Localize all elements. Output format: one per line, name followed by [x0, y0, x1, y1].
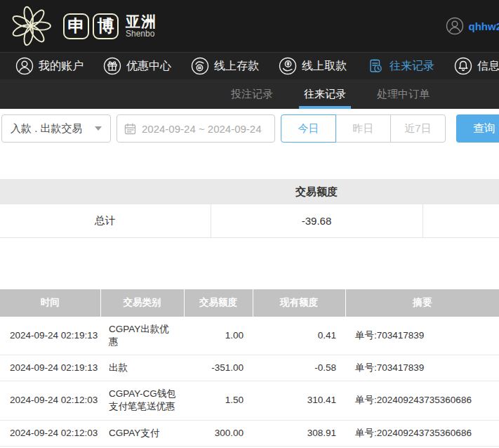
account-menu[interactable]: qhhw2 [446, 17, 499, 35]
cell-type: 出款 [100, 355, 184, 381]
logo-char-shen: 申 [63, 13, 89, 39]
table-row: 2024-09-24 02:19:13 CGPAY出款优惠 1.00 0.41 … [0, 317, 499, 355]
cell-amount: 1.50 [184, 381, 253, 420]
tab-betting-records[interactable]: 投注记录 [226, 79, 278, 109]
table-row: 2024-09-24 02:12:03 CGPAY-CG钱包支付笔笔送优惠 1.… [0, 381, 499, 420]
cell-time: 2024-09-24 02:19:13 [0, 355, 100, 381]
cell-time: 2024-09-24 02:19:13 [0, 317, 100, 355]
filter-bar: 入款 . 出款交易 2024-09-24 ~ 2024-09-24 今日 昨日 … [0, 114, 499, 148]
logo-characters: 申 博 [63, 13, 119, 39]
nav-label: 优惠中心 [126, 59, 171, 74]
date-range-input[interactable]: 2024-09-24 ~ 2024-09-24 [117, 114, 275, 143]
cell-balance: 0.41 [253, 317, 345, 355]
date-range-value: 2024-09-24 ~ 2024-09-24 [142, 123, 262, 135]
col-header-memo: 摘要 [345, 289, 499, 317]
summary-total-row: 总计 -39.68 [0, 204, 499, 237]
summary-total-label: 总计 [0, 204, 211, 237]
calendar-icon [124, 123, 136, 135]
transaction-records-page: 申 博 亚洲 Shenbo qhhw2 我的账户 [0, 0, 499, 448]
top-header: 申 博 亚洲 Shenbo qhhw2 [0, 0, 499, 53]
nav-label: 往来记录 [390, 59, 434, 74]
user-icon [15, 57, 34, 75]
site-logo[interactable]: 申 博 亚洲 Shenbo [10, 5, 157, 47]
cell-type: CGPAY支付 [100, 420, 184, 446]
summary-header-row: 交易额度 [0, 179, 499, 204]
summary-header-spacer [0, 179, 211, 204]
col-header-amount: 交易额度 [184, 289, 253, 317]
last-7-days-button[interactable]: 近7日 [390, 114, 446, 143]
summary-header-label: 交易额度 [211, 179, 423, 204]
col-header-time: 时间 [0, 289, 100, 317]
logo-subtitle: Shenbo [126, 29, 157, 39]
cell-amount: 1.00 [184, 317, 253, 355]
cell-balance: -0.58 [253, 355, 345, 381]
records-subnav: 投注记录 往来记录 处理中订单 [0, 79, 499, 109]
quick-date-buttons: 今日 昨日 近7日 [281, 114, 446, 143]
cell-balance: 308.91 [253, 420, 345, 446]
nav-item-messages[interactable]: 信息 [454, 57, 499, 75]
summary-header-spacer [423, 179, 499, 204]
logo-region: 亚洲 [126, 14, 157, 29]
cell-memo: 单号:703417839 [345, 317, 499, 355]
deposit-icon [191, 57, 209, 75]
cell-type: CGPAY-CG钱包支付笔笔送优惠 [100, 381, 184, 420]
summary-table: 交易额度 总计 -39.68 [0, 179, 499, 238]
nav-item-transaction-records[interactable]: 往来记录 [366, 57, 434, 75]
cell-type: CGPAY出款优惠 [100, 317, 184, 355]
cell-time: 2024-09-24 02:12:03 [0, 420, 100, 446]
today-button[interactable]: 今日 [281, 114, 336, 143]
transactions-table: 时间 交易类别 交易额度 现有额度 摘要 2024-09-24 02:19:13… [0, 289, 499, 448]
records-icon [366, 57, 385, 75]
tab-transaction-records[interactable]: 往来记录 [299, 79, 351, 109]
cell-memo: 单号:202409243735360686 [345, 420, 499, 446]
nav-label: 线上存款 [214, 59, 259, 74]
nav-item-deposit[interactable]: 线上存款 [191, 57, 259, 75]
nav-label: 线上取款 [302, 59, 347, 74]
main-navigation: 我的账户 优惠中心 线上存款 [0, 53, 499, 79]
nav-item-withdrawal[interactable]: 线上取款 [279, 57, 347, 75]
nav-label: 我的账户 [39, 59, 84, 74]
bell-icon [454, 57, 472, 75]
cell-time: 2024-09-24 02:12:03 [0, 381, 100, 420]
gift-icon [103, 57, 121, 75]
summary-empty-cell [423, 204, 499, 237]
col-header-balance: 现有额度 [253, 289, 345, 317]
col-header-type: 交易类别 [100, 289, 184, 317]
transaction-type-value: 入款 . 出款交易 [11, 122, 83, 136]
cell-balance: 310.41 [253, 381, 345, 420]
nav-item-promotions[interactable]: 优惠中心 [103, 57, 171, 75]
table-row: 2024-09-24 02:19:13 出款 -351.00 -0.58 单号:… [0, 355, 499, 381]
table-header-row: 时间 交易类别 交易额度 现有额度 摘要 [0, 289, 499, 317]
cell-memo: 单号:703417839 [345, 355, 499, 381]
summary-total-value: -39.68 [211, 204, 423, 237]
logo-char-bo: 博 [93, 13, 119, 39]
logo-text: 亚洲 Shenbo [126, 14, 157, 39]
query-button[interactable]: 查询 [456, 114, 499, 143]
flower-logo-icon [10, 5, 52, 47]
nav-label: 信息 [477, 59, 499, 74]
cell-memo: 单号:202409243735360686 [345, 381, 499, 420]
cell-amount: 300.00 [184, 420, 253, 446]
username[interactable]: qhhw2 [469, 20, 499, 32]
chevron-down-icon [95, 126, 102, 131]
table-row: 2024-09-24 02:12:03 CGPAY支付 300.00 308.9… [0, 420, 499, 446]
avatar-icon [446, 17, 464, 35]
tab-processing-orders[interactable]: 处理中订单 [372, 79, 434, 109]
transaction-type-select[interactable]: 入款 . 出款交易 [1, 114, 111, 143]
yesterday-button[interactable]: 昨日 [335, 114, 391, 143]
withdraw-icon [279, 57, 297, 75]
cell-amount: -351.00 [184, 355, 253, 381]
nav-item-my-account[interactable]: 我的账户 [15, 57, 84, 75]
